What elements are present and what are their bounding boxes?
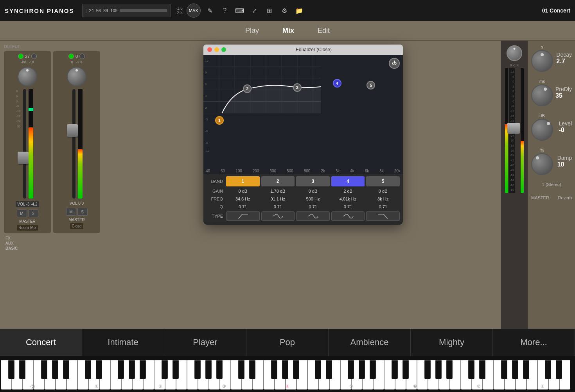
type-btn-1[interactable] bbox=[226, 211, 260, 221]
eq-maximize-btn[interactable] bbox=[221, 47, 226, 52]
folder-icon[interactable]: 📁 bbox=[294, 5, 305, 16]
ch-sublabel-2[interactable]: Close bbox=[70, 223, 83, 229]
ch-sublabel-1[interactable]: Room-Mix bbox=[17, 225, 38, 231]
preset-ambience[interactable]: Ambience bbox=[329, 329, 411, 356]
tab-edit[interactable]: Edit bbox=[318, 27, 330, 35]
black-key-29[interactable] bbox=[326, 360, 332, 379]
white-key-35[interactable] bbox=[384, 360, 395, 390]
white-key-21[interactable] bbox=[231, 360, 242, 390]
black-key-8[interactable] bbox=[96, 360, 102, 379]
black-key-22[interactable] bbox=[249, 360, 255, 379]
help-icon[interactable]: ? bbox=[219, 5, 230, 16]
black-key-47[interactable] bbox=[523, 360, 529, 379]
m-btn-2[interactable]: M bbox=[66, 208, 76, 216]
white-key-14[interactable] bbox=[154, 360, 165, 390]
band-btn-1[interactable]: 1 bbox=[226, 176, 260, 186]
black-key-45[interactable] bbox=[501, 360, 507, 379]
m-btn-1[interactable]: M bbox=[17, 209, 27, 217]
type-btn-3[interactable] bbox=[296, 211, 330, 221]
eq-band-1[interactable]: 1 bbox=[215, 116, 224, 125]
eq-band-3[interactable]: 3 bbox=[293, 83, 302, 92]
band-btn-5[interactable]: 5 bbox=[366, 176, 400, 186]
eq-band-2[interactable]: 2 bbox=[243, 84, 252, 93]
black-key-14[interactable] bbox=[162, 360, 168, 379]
power-btn-2[interactable] bbox=[68, 54, 74, 59]
white-key-28[interactable] bbox=[307, 360, 318, 390]
black-key-42[interactable] bbox=[468, 360, 474, 379]
reverb-fader[interactable] bbox=[507, 123, 520, 134]
black-key-19[interactable] bbox=[216, 360, 223, 379]
preset-pop[interactable]: Pop bbox=[246, 329, 329, 356]
black-key-26[interactable] bbox=[293, 360, 299, 379]
pan-knob-1[interactable] bbox=[18, 67, 37, 86]
s-btn-2[interactable]: S bbox=[77, 208, 88, 216]
white-key-45[interactable] bbox=[494, 360, 505, 390]
black-key-0[interactable] bbox=[8, 360, 14, 379]
black-key-33[interactable] bbox=[370, 360, 376, 379]
eq-band-4[interactable]: 4 bbox=[333, 79, 341, 88]
type-btn-5[interactable] bbox=[366, 211, 400, 221]
preset-more[interactable]: More... bbox=[493, 329, 575, 356]
black-key-39[interactable] bbox=[435, 360, 442, 379]
eq-close-btn[interactable] bbox=[207, 47, 212, 52]
black-key-4[interactable] bbox=[52, 360, 58, 379]
black-key-32[interactable] bbox=[359, 360, 365, 379]
black-key-28[interactable] bbox=[315, 360, 321, 379]
black-key-36[interactable] bbox=[402, 360, 409, 379]
white-key-3[interactable] bbox=[34, 360, 45, 390]
black-key-40[interactable] bbox=[446, 360, 453, 379]
screenshot-icon[interactable]: ⤢ bbox=[249, 5, 260, 16]
black-key-7[interactable] bbox=[85, 360, 91, 379]
band-btn-3[interactable]: 3 bbox=[296, 176, 330, 186]
white-key-10[interactable] bbox=[110, 360, 121, 390]
black-key-38[interactable] bbox=[424, 360, 431, 379]
settings-icon[interactable]: ⚙ bbox=[279, 5, 290, 16]
white-key-24[interactable] bbox=[264, 360, 275, 390]
predly-knob[interactable] bbox=[531, 84, 553, 106]
mute-btn-1[interactable] bbox=[31, 54, 37, 59]
grid-icon[interactable]: ⊞ bbox=[264, 5, 275, 16]
preset-mighty[interactable]: Mighty bbox=[411, 329, 493, 356]
black-key-43[interactable] bbox=[479, 360, 485, 379]
band-btn-4[interactable]: 4 bbox=[331, 176, 365, 186]
black-key-25[interactable] bbox=[282, 360, 288, 379]
eq-band-5[interactable]: 5 bbox=[367, 81, 375, 89]
black-key-35[interactable] bbox=[392, 360, 398, 379]
black-key-46[interactable] bbox=[512, 360, 518, 379]
black-key-5[interactable] bbox=[63, 360, 69, 379]
preset-concert[interactable]: Concert bbox=[0, 329, 82, 356]
black-key-17[interactable] bbox=[194, 360, 201, 379]
power-btn-1[interactable] bbox=[18, 54, 23, 59]
black-key-11[interactable] bbox=[129, 360, 135, 379]
damp-knob[interactable] bbox=[531, 153, 553, 175]
max-button[interactable]: MAX bbox=[187, 4, 201, 18]
preset-player[interactable]: Player bbox=[164, 329, 246, 356]
black-key-18[interactable] bbox=[205, 360, 212, 379]
level-knob[interactable] bbox=[531, 119, 553, 141]
tab-mix[interactable]: Mix bbox=[282, 27, 294, 35]
type-btn-2[interactable] bbox=[261, 211, 295, 221]
black-key-50[interactable] bbox=[556, 360, 562, 379]
black-key-31[interactable] bbox=[348, 360, 354, 379]
fader-handle-2[interactable] bbox=[67, 124, 78, 137]
mute-btn-2[interactable] bbox=[79, 54, 85, 59]
decay-knob[interactable] bbox=[531, 50, 553, 72]
wrench-icon[interactable]: ✎ bbox=[205, 5, 216, 16]
white-key-49[interactable] bbox=[537, 360, 548, 390]
pan-knob-2[interactable] bbox=[67, 67, 86, 86]
white-key-31[interactable] bbox=[340, 360, 351, 390]
white-key-17[interactable] bbox=[187, 360, 198, 390]
black-key-21[interactable] bbox=[238, 360, 244, 379]
white-key-7[interactable] bbox=[77, 360, 88, 390]
eq-minimize-btn[interactable] bbox=[214, 47, 219, 52]
preset-intimate[interactable]: Intimate bbox=[82, 329, 164, 356]
keyboard-icon[interactable]: ⌨ bbox=[234, 5, 245, 16]
black-key-49[interactable] bbox=[545, 360, 551, 379]
type-btn-4[interactable] bbox=[331, 211, 365, 221]
black-key-3[interactable] bbox=[41, 360, 47, 379]
black-key-1[interactable] bbox=[19, 360, 25, 379]
black-key-10[interactable] bbox=[118, 360, 124, 379]
black-key-12[interactable] bbox=[140, 360, 146, 379]
reverb-room-knob[interactable] bbox=[507, 45, 522, 61]
white-key-38[interactable] bbox=[417, 360, 428, 390]
